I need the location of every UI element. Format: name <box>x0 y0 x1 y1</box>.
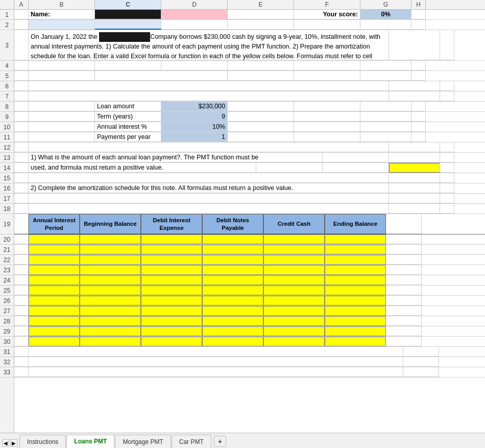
cell-d9-term-value[interactable]: 9 <box>161 112 228 122</box>
cell-begbal-24[interactable] <box>80 275 141 285</box>
tab-nav-next[interactable]: ▶ <box>10 439 17 446</box>
cell-debitnotes-23[interactable] <box>202 265 263 275</box>
cell-period-23[interactable] <box>29 265 80 275</box>
tab-nav-prev[interactable]: ◀ <box>2 439 9 446</box>
cell-debitint-21[interactable] <box>141 245 202 254</box>
cell-period-24[interactable] <box>29 275 80 285</box>
cell-period-20[interactable] <box>29 234 80 244</box>
cell-endbal-20[interactable] <box>325 234 386 244</box>
cell-creditcash-23[interactable] <box>263 265 325 275</box>
cell-period-27[interactable] <box>29 306 80 316</box>
cell-h6 <box>440 81 454 91</box>
cell-creditcash-30[interactable] <box>263 337 325 346</box>
cell-a32 <box>14 357 29 367</box>
cell-creditcash-21[interactable] <box>263 245 325 254</box>
cell-debitint-24[interactable] <box>141 275 202 285</box>
tab-instructions[interactable]: Instructions <box>19 435 66 448</box>
cell-creditcash-24[interactable] <box>263 275 325 285</box>
cell-period-26[interactable] <box>29 296 80 305</box>
cell-b17-wide <box>29 194 389 203</box>
cell-debitint-22[interactable] <box>141 255 202 265</box>
tab-add-button[interactable]: + <box>214 436 226 447</box>
cell-begbal-26[interactable] <box>80 296 141 305</box>
cell-creditcash-28[interactable] <box>263 316 325 326</box>
cell-endbal-22[interactable] <box>325 255 386 265</box>
col-header-g: G <box>360 0 411 9</box>
cell-endbal-25[interactable] <box>325 286 386 295</box>
cell-begbal-28[interactable] <box>80 316 141 326</box>
cell-debitnotes-27[interactable] <box>202 306 263 316</box>
cell-b11 <box>29 132 95 142</box>
table-data-row-22 <box>14 255 485 265</box>
col-header-d: D <box>161 0 228 9</box>
cell-endbal-30[interactable] <box>325 337 386 346</box>
cell-debitint-23[interactable] <box>141 265 202 275</box>
cell-endbal-26[interactable] <box>325 296 386 305</box>
cell-creditcash-20[interactable] <box>263 234 325 244</box>
table-header-period: Annual Interest Period <box>29 214 80 234</box>
cell-f5 <box>294 71 360 81</box>
tab-mortgage-pmt[interactable]: Mortgage PMT <box>115 435 171 448</box>
cell-h31 <box>403 347 439 357</box>
cell-begbal-22[interactable] <box>80 255 141 265</box>
cell-begbal-27[interactable] <box>80 306 141 316</box>
cell-a3 <box>14 30 29 60</box>
cell-debitint-28[interactable] <box>141 316 202 326</box>
cell-b18-wide <box>29 204 389 214</box>
cell-debitint-26[interactable] <box>141 296 202 305</box>
table-data-row-26 <box>14 296 485 306</box>
cell-d1[interactable] <box>161 10 228 19</box>
cell-period-29[interactable] <box>29 326 80 336</box>
cell-debitnotes-28[interactable] <box>202 316 263 326</box>
cell-debitint-29[interactable] <box>141 326 202 336</box>
spreadsheet: A B C D E F G H 1 2 3 4 5 6 7 8 9 10 11 … <box>0 0 485 448</box>
cell-d8-loan-value[interactable]: $230,000 <box>161 102 228 111</box>
cell-endbal-28[interactable] <box>325 316 386 326</box>
tab-car-pmt[interactable]: Car PMT <box>172 435 211 448</box>
cell-creditcash-22[interactable] <box>263 255 325 265</box>
cell-begbal-30[interactable] <box>80 337 141 346</box>
cell-begbal-23[interactable] <box>80 265 141 275</box>
cell-begbal-20[interactable] <box>80 234 141 244</box>
cell-d11-pay-value[interactable]: 1 <box>161 132 228 142</box>
cell-c1[interactable] <box>95 10 161 19</box>
cell-endbal-27[interactable] <box>325 306 386 316</box>
cell-creditcash-27[interactable] <box>263 306 325 316</box>
cell-debitnotes-25[interactable] <box>202 286 263 295</box>
cell-debitint-25[interactable] <box>141 286 202 295</box>
cell-creditcash-26[interactable] <box>263 296 325 305</box>
cell-c2[interactable] <box>95 20 161 30</box>
cell-d10-int-value[interactable]: 10% <box>161 122 228 132</box>
cell-h10 <box>411 122 426 132</box>
cell-period-22[interactable] <box>29 255 80 265</box>
cell-endbal-24[interactable] <box>325 275 386 285</box>
cell-h17 <box>440 194 454 203</box>
cell-h5 <box>411 71 426 81</box>
cell-endbal-29[interactable] <box>325 326 386 336</box>
cell-endbal-23[interactable] <box>325 265 386 275</box>
cell-debitnotes-24[interactable] <box>202 275 263 285</box>
cell-begbal-29[interactable] <box>80 326 141 336</box>
cell-a8 <box>14 102 29 111</box>
cell-e5 <box>228 71 294 81</box>
cell-debitint-27[interactable] <box>141 306 202 316</box>
cell-debitnotes-29[interactable] <box>202 326 263 336</box>
cell-creditcash-25[interactable] <box>263 286 325 295</box>
cell-period-21[interactable] <box>29 245 80 254</box>
cell-debitnotes-22[interactable] <box>202 255 263 265</box>
cell-debitint-30[interactable] <box>141 337 202 346</box>
cell-debitnotes-20[interactable] <box>202 234 263 244</box>
cell-creditcash-29[interactable] <box>263 326 325 336</box>
cell-endbal-21[interactable] <box>325 245 386 254</box>
tab-loans-pmt[interactable]: Loans PMT <box>66 435 114 448</box>
cell-period-25[interactable] <box>29 286 80 295</box>
cell-begbal-21[interactable] <box>80 245 141 254</box>
cell-debitnotes-21[interactable] <box>202 245 263 254</box>
cell-begbal-25[interactable] <box>80 286 141 295</box>
cell-debitint-20[interactable] <box>141 234 202 244</box>
cell-debitnotes-26[interactable] <box>202 296 263 305</box>
cell-period-30[interactable] <box>29 337 80 346</box>
cell-debitnotes-30[interactable] <box>202 337 263 346</box>
cell-period-28[interactable] <box>29 316 80 326</box>
cell-g14-answer[interactable] <box>389 163 440 173</box>
